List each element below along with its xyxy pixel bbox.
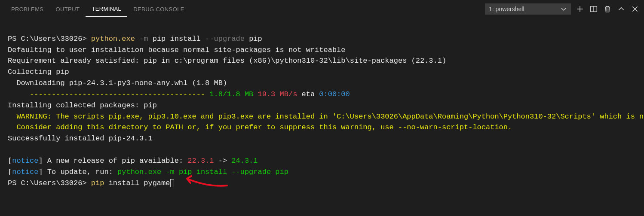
progress-eta-time: 0:00:00 (319, 90, 350, 98)
close-icon (631, 5, 639, 13)
notice-bracket: ] (38, 168, 43, 176)
chevron-up-icon (617, 5, 625, 13)
notice-bracket: [ (8, 168, 12, 176)
cmd-args: install pygame (104, 179, 170, 187)
notice-text: To update, run: (43, 168, 117, 176)
prompt: PS C:\Users\33026> (8, 35, 91, 43)
arrow: -> (214, 157, 232, 165)
tab-output[interactable]: OUTPUT (49, 2, 86, 17)
new-terminal-button[interactable] (576, 5, 584, 13)
output-line: Defaulting to user installation because … (8, 46, 346, 54)
tab-terminal[interactable]: TERMINAL (86, 1, 127, 17)
chevron-down-icon (560, 6, 567, 12)
notice-label: notice (12, 157, 38, 165)
split-icon (590, 5, 598, 13)
annotation-arrow (182, 174, 229, 189)
tab-debug-console[interactable]: DEBUG CONSOLE (127, 2, 190, 17)
cmd-args: pip install (148, 35, 205, 43)
cmd-flag: --upgrade (205, 35, 245, 43)
terminal-cursor (170, 179, 174, 187)
suggested-command: python.exe -m pip install --upgrade pip (117, 168, 288, 176)
output-line: Requirement already satisfied: pip in c:… (8, 57, 446, 65)
progress-size: 1.8/1.8 MB (209, 90, 253, 98)
terminal-toolbar (576, 5, 639, 13)
version-old: 22.3.1 (187, 157, 214, 165)
warning-line: Consider adding this directory to PATH o… (8, 123, 512, 131)
notice-text: A new release of pip available: (43, 157, 188, 165)
terminal-selector-dropdown[interactable]: 1: powershell (485, 3, 571, 15)
notice-label: notice (12, 168, 38, 176)
progress-speed: 19.3 MB/s (253, 90, 297, 98)
terminal-output[interactable]: PS C:\Users\33026> python.exe -m pip ins… (0, 18, 644, 204)
close-panel-button[interactable] (631, 5, 639, 13)
progress-bar: ---------------------------------------- (8, 90, 209, 98)
output-line: Successfully installed pip-24.3.1 (8, 134, 153, 143)
cmd-flag: -m (135, 35, 148, 43)
warning-line: WARNING: The scripts pip.exe, pip3.10.ex… (8, 113, 644, 121)
trash-icon (604, 5, 611, 13)
kill-terminal-button[interactable] (604, 5, 611, 13)
split-terminal-button[interactable] (590, 5, 598, 13)
progress-eta-label: eta (297, 90, 319, 98)
notice-bracket: ] (38, 157, 43, 165)
version-new: 24.3.1 (231, 157, 258, 165)
terminal-selector-label: 1: powershell (489, 6, 524, 12)
cmd-args: pip (245, 35, 262, 43)
output-line: Installing collected packages: pip (8, 101, 157, 110)
panel-tabs: PROBLEMS OUTPUT TERMINAL DEBUG CONSOLE (5, 1, 190, 17)
panel-header: PROBLEMS OUTPUT TERMINAL DEBUG CONSOLE 1… (0, 0, 644, 18)
cmd-token: pip (91, 179, 104, 187)
prompt: PS C:\Users\33026> (8, 179, 91, 187)
plus-icon (576, 5, 584, 13)
maximize-panel-button[interactable] (617, 5, 625, 13)
output-line: Downloading pip-24.3.1-py3-none-any.whl … (8, 79, 227, 87)
tab-problems[interactable]: PROBLEMS (5, 2, 49, 17)
notice-bracket: [ (8, 157, 12, 165)
cmd-token: python.exe (91, 35, 135, 43)
output-line: Collecting pip (8, 68, 69, 76)
